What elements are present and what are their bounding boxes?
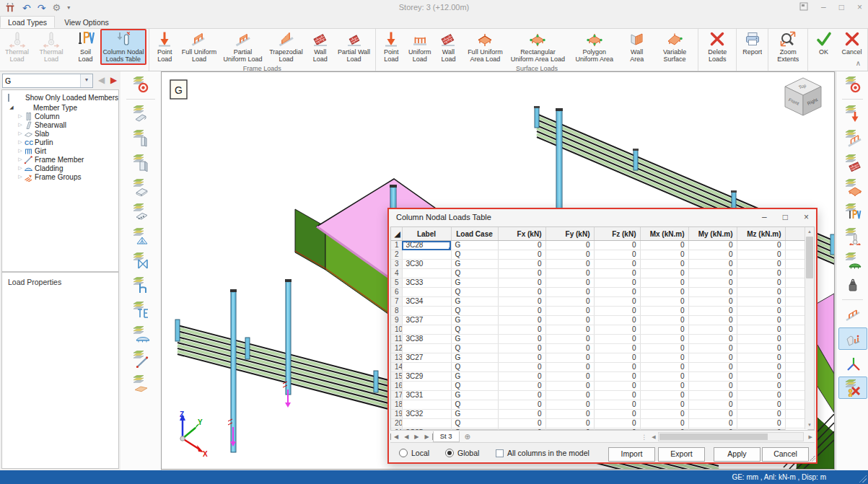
cell-value[interactable]: 0 [737,363,785,372]
cell-value[interactable]: 0 [498,363,545,372]
tab-view-options[interactable]: View Options [57,17,116,27]
cell-value[interactable]: 0 [545,307,594,316]
cell-label[interactable]: 3C32 [402,410,451,419]
cell-label[interactable]: 3C37 [402,316,451,325]
table-row[interactable]: 14Q000000 [391,363,808,372]
table-row[interactable]: 13C28G000000 [391,241,808,250]
cell-value[interactable]: 0 [498,241,545,250]
cell-value[interactable]: 0 [640,288,688,297]
cell-value[interactable]: 0 [545,325,594,335]
table-row[interactable]: 20Q000000 [391,419,808,428]
column-header-fz-kn[interactable]: Fz (kN) [594,227,640,241]
redo-icon[interactable]: ↷ [38,1,46,14]
cell-value[interactable]: 0 [640,269,688,278]
cell-load-case[interactable]: Q [451,363,498,372]
cell-load-case[interactable]: G [451,335,498,344]
cell-value[interactable]: 0 [498,419,545,428]
cell-value[interactable]: 0 [594,382,640,391]
add-sheet-icon[interactable]: ⊕ [460,433,475,441]
cell-label[interactable] [402,382,451,391]
ribbon-button-wall-load[interactable]: Wall Load [435,29,462,64]
cell-value[interactable]: 0 [688,288,737,297]
cell-value[interactable]: 0 [594,410,640,419]
cancel-button[interactable]: Cancel [762,447,809,462]
cell-value[interactable]: 0 [545,400,594,410]
cell-value[interactable]: 0 [737,353,785,363]
member-filter-button-shearwall-loads[interactable] [126,151,155,174]
cell-load-case[interactable]: Q [451,269,498,278]
cell-value[interactable]: 0 [688,372,737,382]
cell-value[interactable]: 0 [545,250,594,260]
ribbon-button-partial-uniform-load[interactable]: Partial Uniform Load [220,29,265,64]
loads-table[interactable]: ◢LabelLoad CaseFx (kN)Fy (kN)Fz (kN)Mx (… [391,227,808,438]
cell-value[interactable]: 0 [688,353,737,363]
cell-value[interactable]: 0 [594,400,640,410]
cell-value[interactable]: 0 [737,391,785,400]
cell-label[interactable] [402,419,451,428]
cell-value[interactable]: 0 [594,288,640,297]
table-row[interactable]: 2Q000000 [391,250,808,260]
cell-value[interactable]: 0 [688,400,737,410]
row-number[interactable]: 14 [391,363,402,372]
cell-load-case[interactable]: G [451,278,498,288]
row-number[interactable]: 15 [391,372,402,382]
member-filter-button-beam-loads[interactable] [126,102,155,125]
column-header-label[interactable]: Label [402,227,451,241]
cell-value[interactable]: 0 [498,353,545,363]
cell-value[interactable]: 0 [545,372,594,382]
cell-label[interactable] [402,288,451,297]
next-load-case-icon[interactable]: ▶ [110,74,117,86]
cell-value[interactable]: 0 [594,241,640,250]
cell-load-case[interactable]: G [451,316,498,325]
cell-value[interactable]: 0 [640,241,688,250]
tree-item-purlin[interactable]: ▷CCPurlin [2,138,118,146]
cell-load-case[interactable]: Q [451,344,498,353]
cell-value[interactable]: 0 [688,297,737,307]
previous-load-case-icon[interactable]: ◀ [98,74,105,86]
cell-label[interactable] [402,269,451,278]
chevron-right-icon[interactable]: ▷ [17,139,24,145]
row-number[interactable]: 18 [391,400,402,410]
qat-dropdown-icon[interactable]: ▾ [67,1,70,14]
cell-value[interactable]: 0 [640,419,688,428]
load-case-input[interactable] [3,74,80,87]
column-header-load-case[interactable]: Load Case [451,227,498,241]
cell-value[interactable]: 0 [737,269,785,278]
cell-value[interactable]: 0 [594,335,640,344]
cell-value[interactable]: 0 [498,278,545,288]
ribbon-button-wall-load[interactable]: Wall Load [307,29,333,64]
cell-load-case[interactable]: Q [451,307,498,316]
load-display-button-thermal-loads-view[interactable] [838,225,867,247]
cell-label[interactable] [402,307,451,316]
scrollbar-splitter[interactable]: ⋮ [639,434,649,441]
ribbon-button-report[interactable]: Report [739,29,766,64]
cell-value[interactable]: 0 [498,410,545,419]
table-row[interactable]: 173C31G000000 [391,391,808,400]
cell-value[interactable]: 0 [545,241,594,250]
cell-value[interactable]: 0 [498,391,545,400]
load-display-button-wall-loads-view[interactable] [838,151,867,174]
cell-value[interactable]: 0 [594,419,640,428]
cell-value[interactable]: 0 [498,335,545,344]
cell-value[interactable]: 0 [498,269,545,278]
column-header-mz-kn-m[interactable]: Mz (kN.m) [737,227,785,241]
cell-value[interactable]: 0 [737,382,785,391]
cell-value[interactable]: 0 [640,353,688,363]
cell-value[interactable]: 0 [498,344,545,353]
table-row[interactable]: 73C34G000000 [391,297,808,307]
chevron-right-icon[interactable]: ▷ [17,165,24,171]
load-display-button-area-loads-view[interactable] [838,176,867,198]
cell-value[interactable]: 0 [688,269,737,278]
cell-value[interactable]: 0 [545,410,594,419]
row-number[interactable]: 20 [391,419,402,428]
window-resize-grip[interactable] [858,474,867,483]
cell-value[interactable]: 0 [594,353,640,363]
table-row[interactable]: 193C32G000000 [391,410,808,419]
cell-value[interactable]: 0 [688,382,737,391]
table-row[interactable]: 18Q000000 [391,400,808,410]
cell-value[interactable]: 0 [498,307,545,316]
ribbon-button-full-uniform-load[interactable]: Full Uniform Load [180,29,219,64]
cell-label[interactable] [402,363,451,372]
cell-value[interactable]: 0 [688,391,737,400]
cell-value[interactable]: 0 [737,260,785,269]
